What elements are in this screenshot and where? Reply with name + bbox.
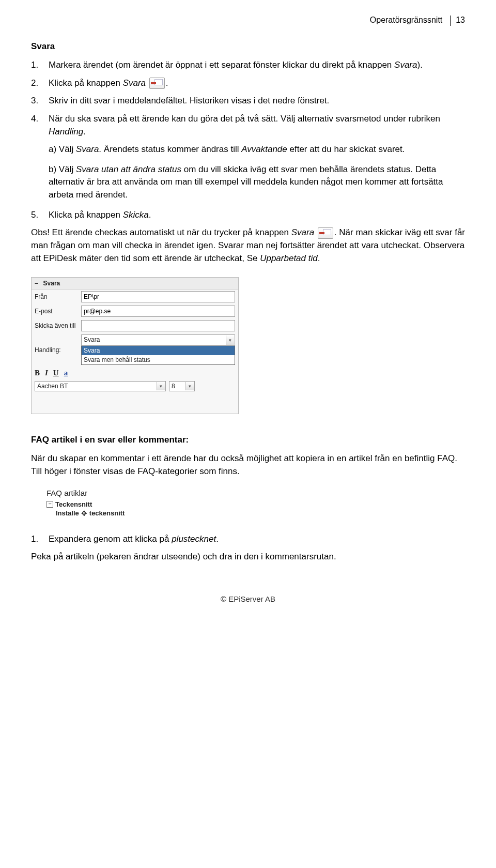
step-3: 3. Skriv in ditt svar i meddelandefältet… bbox=[31, 95, 465, 108]
email-input[interactable] bbox=[81, 306, 235, 317]
faq-drag-instruction: Peka på artikeln (pekaren ändrar utseend… bbox=[31, 551, 465, 564]
handling-select-wrap: Svara ▾ Svara Svara men behåll status bbox=[81, 334, 235, 365]
step-number: 5. bbox=[31, 209, 49, 222]
move-cursor-icon: ✥ bbox=[81, 509, 87, 517]
step-number: 1. bbox=[31, 533, 49, 546]
faq-steps: 1. Expandera genom att klicka på plustec… bbox=[31, 533, 465, 546]
handling-dropdown: Svara Svara men behåll status bbox=[81, 346, 235, 365]
page-content: Operatörsgränssnitt 13 Svara 1. Markera … bbox=[0, 0, 496, 624]
chevron-down-icon[interactable]: ▾ bbox=[226, 336, 234, 345]
steps-list: 1. Markera ärendet (om ärendet är öppnat… bbox=[31, 59, 465, 138]
handling-option-keep-status[interactable]: Svara men behåll status bbox=[82, 355, 235, 364]
faq-category[interactable]: − Teckensnitt bbox=[47, 500, 160, 508]
font-row: Aachen BT ▾ 8 ▾ bbox=[32, 379, 238, 393]
faq-panel-title: FAQ artiklar bbox=[47, 489, 160, 497]
step-1: 1. Markera ärendet (om ärendet är öppnat… bbox=[31, 59, 465, 72]
font-select[interactable]: Aachen BT ▾ bbox=[35, 381, 166, 391]
section-title: Svara bbox=[31, 41, 465, 52]
cc-label: Skicka även till bbox=[35, 322, 81, 329]
handling-label: Handling: bbox=[35, 346, 81, 354]
substep-a: a) Välj Svara. Ärendets status kommer än… bbox=[49, 143, 465, 156]
email-label: E-post bbox=[35, 308, 81, 315]
step-text: Skriv in ditt svar i meddelandefältet. H… bbox=[49, 95, 465, 108]
italic-button[interactable]: I bbox=[45, 369, 48, 377]
page-header: Operatörsgränssnitt 13 bbox=[31, 16, 465, 26]
faq-intro: När du skapar en kommentar i ett ärende … bbox=[31, 452, 465, 478]
step-5: 5. Klicka på knappen Skicka. bbox=[31, 209, 465, 222]
substep-b: b) Välj Svara utan att ändra status om d… bbox=[49, 163, 465, 202]
faq-article[interactable]: Installe✥ teckensnitt bbox=[56, 509, 160, 517]
chevron-down-icon[interactable]: ▾ bbox=[157, 382, 165, 390]
form-row-handling: Handling: Svara ▾ Svara Svara men behåll… bbox=[32, 333, 238, 367]
reply-icon bbox=[318, 227, 333, 239]
handling-option-svara[interactable]: Svara bbox=[82, 346, 235, 355]
font-size-select[interactable]: 8 ▾ bbox=[169, 381, 195, 391]
step-number: 4. bbox=[31, 113, 49, 138]
step-text: Markera ärendet (om ärendet är öppnat i … bbox=[49, 59, 465, 72]
message-body[interactable] bbox=[32, 393, 238, 414]
format-toolbar: B I U a bbox=[32, 367, 238, 379]
step-number: 3. bbox=[31, 95, 49, 108]
bold-button[interactable]: B bbox=[35, 369, 40, 377]
faq-step-1: 1. Expandera genom att klicka på plustec… bbox=[31, 533, 465, 546]
faq-heading: FAQ artikel i en svar eller kommentar: bbox=[31, 435, 465, 445]
step-number: 2. bbox=[31, 77, 49, 90]
obs-paragraph: Obs! Ett ärende checkas automatiskt ut n… bbox=[31, 226, 465, 265]
page-footer: © EPiServer AB bbox=[31, 595, 465, 603]
underline-button[interactable]: U bbox=[53, 369, 59, 377]
step-text: Expandera genom att klicka på plusteckne… bbox=[49, 533, 465, 546]
from-input[interactable] bbox=[81, 291, 235, 302]
minus-icon[interactable]: − bbox=[47, 501, 53, 508]
faq-panel-screenshot: FAQ artiklar − Teckensnitt Installe✥ tec… bbox=[47, 489, 160, 517]
collapse-icon[interactable]: − bbox=[35, 280, 38, 287]
header-page-number: 13 bbox=[456, 16, 465, 24]
step-number: 1. bbox=[31, 59, 49, 72]
form-header[interactable]: − Svara bbox=[32, 278, 238, 290]
step-4: 4. När du ska svara på ett ärende kan du… bbox=[31, 113, 465, 138]
header-title: Operatörsgränssnitt bbox=[370, 16, 443, 24]
reply-icon bbox=[149, 78, 165, 89]
chevron-down-icon[interactable]: ▾ bbox=[185, 382, 194, 390]
header-divider bbox=[450, 16, 451, 26]
step-2: 2. Klicka på knappen Svara . bbox=[31, 77, 465, 90]
step-text: Klicka på knappen Skicka. bbox=[49, 209, 465, 222]
steps-list-2: 5. Klicka på knappen Skicka. bbox=[31, 209, 465, 222]
faq-category-label: Teckensnitt bbox=[55, 500, 92, 508]
from-label: Från bbox=[35, 293, 81, 300]
form-row-email: E-post bbox=[32, 304, 238, 318]
form-row-from: Från bbox=[32, 290, 238, 304]
reply-form-screenshot: − Svara Från E-post Skicka även till Han… bbox=[31, 277, 239, 414]
handling-select[interactable]: Svara ▾ bbox=[81, 334, 235, 346]
step-text: Klicka på knappen Svara . bbox=[49, 77, 465, 90]
form-title: Svara bbox=[43, 280, 60, 287]
form-row-cc: Skicka även till bbox=[32, 318, 238, 333]
cc-input[interactable] bbox=[81, 320, 235, 331]
step-text: När du ska svara på ett ärende kan du gö… bbox=[49, 113, 465, 138]
link-button[interactable]: a bbox=[64, 369, 68, 377]
